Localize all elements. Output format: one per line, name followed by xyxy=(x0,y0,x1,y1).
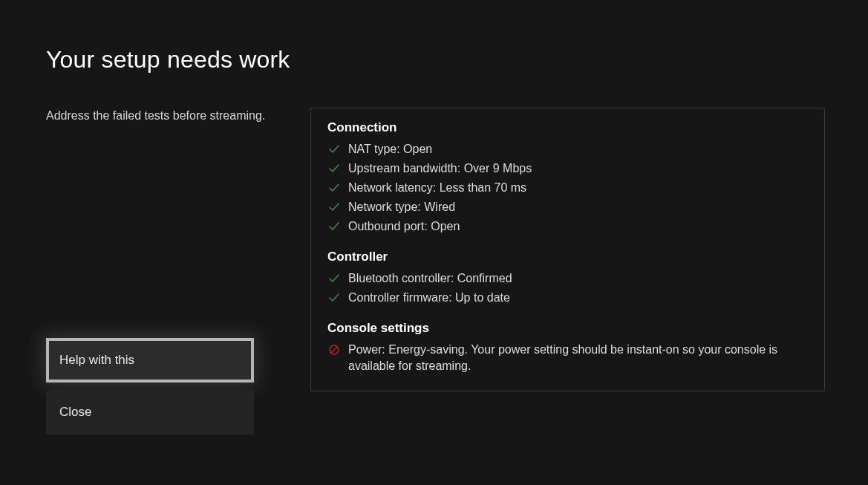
left-column: Address the failed tests before streamin… xyxy=(46,108,310,124)
result-label: Power: xyxy=(348,343,385,356)
status-ok-icon xyxy=(327,141,341,157)
results-panel: ConnectionNAT type: OpenUpstream bandwid… xyxy=(310,108,825,391)
result-text: Bluetooth controller: Confirmed xyxy=(348,270,808,287)
instruction-text: Address the failed tests before streamin… xyxy=(46,108,310,124)
result-row: Network latency: Less than 70 ms xyxy=(327,180,808,196)
status-ok-icon xyxy=(327,180,341,196)
result-label: Outbound port: xyxy=(348,220,428,232)
status-ok-icon xyxy=(327,290,341,306)
help-button[interactable]: Help with this xyxy=(46,338,254,383)
result-text: Network type: Wired xyxy=(348,199,808,215)
status-ok-icon xyxy=(327,218,341,235)
result-row: NAT type: Open xyxy=(327,141,808,157)
result-value: Up to date xyxy=(455,291,510,304)
check-icon xyxy=(328,143,340,155)
action-buttons: Help with this Close xyxy=(46,338,254,442)
check-icon xyxy=(328,163,340,175)
section-heading: Console settings xyxy=(327,321,808,336)
result-row: Network type: Wired xyxy=(327,199,808,215)
page-title: Your setup needs work xyxy=(46,46,825,74)
result-text: NAT type: Open xyxy=(348,141,808,157)
result-text: Upstream bandwidth: Over 9 Mbps xyxy=(348,160,808,177)
check-icon xyxy=(328,201,340,213)
result-value: Energy-saving. Your power setting should… xyxy=(348,343,777,372)
check-icon xyxy=(328,273,340,284)
result-row: Upstream bandwidth: Over 9 Mbps xyxy=(327,160,808,177)
section-heading: Connection xyxy=(327,120,808,135)
check-icon xyxy=(328,182,340,194)
check-icon xyxy=(328,292,340,304)
result-label: Network type: xyxy=(348,201,421,213)
result-row: Controller firmware: Up to date xyxy=(327,290,808,306)
result-label: Network latency: xyxy=(348,181,436,194)
result-text: Controller firmware: Up to date xyxy=(348,290,808,306)
content-area: Address the failed tests before streamin… xyxy=(46,108,825,391)
result-row: Power: Energy-saving. Your power setting… xyxy=(327,342,808,374)
result-text: Power: Energy-saving. Your power setting… xyxy=(348,342,808,374)
result-value: Open xyxy=(431,220,460,232)
help-button-label: Help with this xyxy=(59,353,134,368)
result-text: Outbound port: Open xyxy=(348,218,808,235)
setup-status-screen: Your setup needs work Address the failed… xyxy=(0,0,868,485)
close-button-label: Close xyxy=(59,405,91,420)
status-fail-icon xyxy=(327,342,341,358)
check-icon xyxy=(328,221,340,232)
result-row: Outbound port: Open xyxy=(327,218,808,235)
status-ok-icon xyxy=(327,160,341,177)
result-label: Bluetooth controller: xyxy=(348,272,454,284)
section-heading: Controller xyxy=(327,250,808,264)
result-label: NAT type: xyxy=(348,143,400,155)
result-value: Over 9 Mbps xyxy=(464,162,532,175)
result-text: Network latency: Less than 70 ms xyxy=(348,180,808,196)
forbidden-icon xyxy=(328,344,340,356)
result-row: Bluetooth controller: Confirmed xyxy=(327,270,808,287)
svg-line-1 xyxy=(331,347,337,353)
status-ok-icon xyxy=(327,270,341,287)
result-value: Open xyxy=(403,143,432,155)
result-value: Confirmed xyxy=(457,272,512,284)
results-section: Console settingsPower: Energy-saving. Yo… xyxy=(327,321,808,374)
result-label: Controller firmware: xyxy=(348,291,452,304)
result-value: Less than 70 ms xyxy=(440,181,526,194)
results-section: ConnectionNAT type: OpenUpstream bandwid… xyxy=(327,120,808,235)
results-section: ControllerBluetooth controller: Confirme… xyxy=(327,250,808,306)
status-ok-icon xyxy=(327,199,341,215)
result-value: Wired xyxy=(424,201,455,213)
close-button[interactable]: Close xyxy=(46,390,254,434)
result-label: Upstream bandwidth: xyxy=(348,162,460,175)
